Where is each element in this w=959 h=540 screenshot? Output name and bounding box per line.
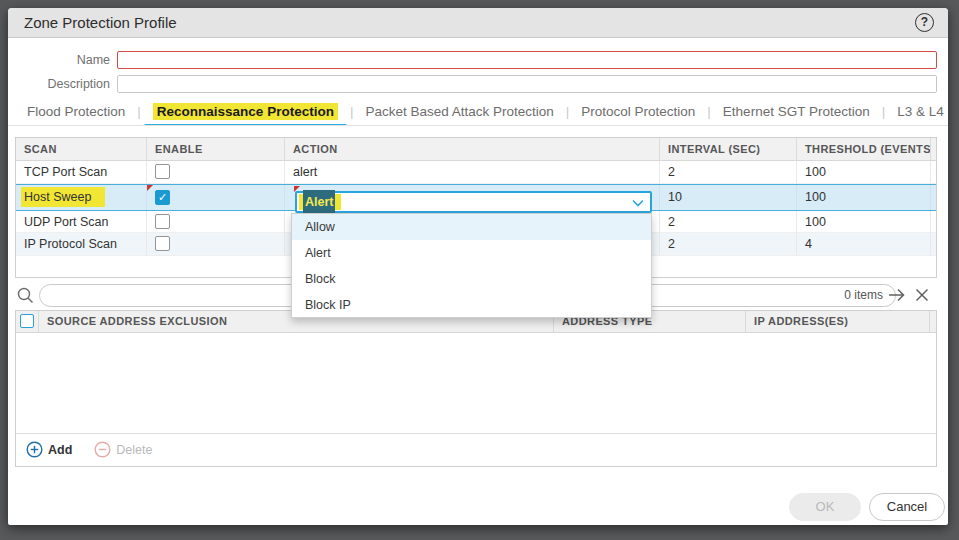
action-value[interactable]: alert bbox=[285, 161, 660, 183]
chevron-down-icon bbox=[632, 198, 644, 208]
menu-item-alert[interactable]: Alert bbox=[292, 240, 651, 266]
interval-value[interactable]: 2 bbox=[660, 211, 797, 233]
tab-reconnaissance-protection[interactable]: Reconnaissance Protection bbox=[153, 102, 338, 126]
tab-separator: | bbox=[707, 104, 711, 119]
table-row-host-sweep[interactable]: Host Sweep ✓ Alert 10 100 bbox=[16, 184, 936, 211]
scan-table-header: SCAN ENABLE ACTION INTERVAL (SEC) THRESH… bbox=[16, 138, 936, 161]
tab-l3-l4-header-inspection[interactable]: L3 & L4 Header Insp bbox=[897, 102, 944, 126]
enable-checkbox[interactable] bbox=[155, 164, 170, 179]
cancel-button[interactable]: Cancel bbox=[869, 493, 945, 521]
exclusion-table-empty-body bbox=[16, 333, 936, 434]
items-count-badge: 0 items bbox=[844, 285, 883, 306]
threshold-value[interactable]: 4 bbox=[797, 233, 931, 255]
tab-separator: | bbox=[882, 104, 886, 119]
tab-flood-protection[interactable]: Flood Protection bbox=[27, 102, 125, 126]
enable-checkbox[interactable] bbox=[155, 236, 170, 251]
threshold-value[interactable]: 100 bbox=[797, 185, 931, 210]
action-dropdown-menu: Allow Alert Block Block IP bbox=[291, 213, 652, 318]
modified-marker bbox=[147, 185, 153, 191]
scan-name: UDP Port Scan bbox=[16, 211, 147, 233]
select-all-checkbox[interactable] bbox=[20, 314, 34, 328]
menu-item-allow[interactable]: Allow bbox=[292, 214, 651, 240]
threshold-value[interactable]: 100 bbox=[797, 161, 931, 183]
tab-ethernet-sgt-protection[interactable]: Ethernet SGT Protection bbox=[723, 102, 870, 126]
enable-checkbox[interactable]: ✓ bbox=[155, 190, 170, 205]
column-header-scan[interactable]: SCAN bbox=[16, 138, 147, 160]
delete-button[interactable]: Delete bbox=[94, 441, 152, 458]
exclusion-table-footer: Add Delete bbox=[16, 434, 936, 465]
ok-button[interactable]: OK bbox=[789, 493, 861, 521]
tab-protocol-protection[interactable]: Protocol Protection bbox=[581, 102, 695, 126]
column-header-ip-addresses[interactable]: IP ADDRESS(ES) bbox=[746, 311, 930, 332]
plus-circle-icon bbox=[26, 441, 43, 458]
scan-name: IP Protocol Scan bbox=[16, 233, 147, 255]
name-field[interactable] bbox=[117, 51, 937, 69]
tab-divider bbox=[8, 125, 948, 126]
threshold-value[interactable]: 100 bbox=[797, 211, 931, 233]
column-header-enable[interactable]: ENABLE bbox=[147, 138, 285, 160]
search-icon[interactable] bbox=[16, 286, 35, 305]
table-row-tcp-port-scan[interactable]: TCP Port Scan alert 2 100 bbox=[16, 161, 936, 184]
action-cell: Alert bbox=[285, 185, 660, 210]
highlight-annotation: Alert bbox=[299, 194, 341, 210]
action-dropdown-value: Alert bbox=[303, 190, 335, 215]
zone-protection-profile-dialog: Zone Protection Profile ? Name Descripti… bbox=[8, 8, 948, 525]
column-header-threshold[interactable]: THRESHOLD (EVENTS) bbox=[797, 138, 931, 160]
column-header-action[interactable]: ACTION bbox=[285, 138, 660, 160]
tab-separator: | bbox=[137, 104, 141, 119]
column-header-spacer bbox=[930, 311, 938, 332]
menu-item-block[interactable]: Block bbox=[292, 266, 651, 292]
interval-value[interactable]: 2 bbox=[660, 161, 797, 183]
column-header-spacer bbox=[931, 138, 939, 160]
help-icon[interactable]: ? bbox=[915, 13, 934, 32]
menu-item-block-ip[interactable]: Block IP bbox=[292, 292, 651, 318]
apply-filter-arrow-icon[interactable] bbox=[887, 286, 907, 304]
add-button[interactable]: Add bbox=[26, 441, 72, 458]
column-header-interval[interactable]: INTERVAL (SEC) bbox=[660, 138, 797, 160]
source-address-exclusion-table: SOURCE ADDRESS EXCLUSION ADDRESS TYPE IP… bbox=[15, 310, 937, 467]
tab-separator: | bbox=[350, 104, 354, 119]
scan-name: TCP Port Scan bbox=[16, 161, 147, 183]
action-dropdown[interactable]: Alert bbox=[295, 191, 652, 213]
minus-circle-icon bbox=[94, 441, 111, 458]
clear-filter-icon[interactable] bbox=[913, 286, 931, 304]
interval-value[interactable]: 10 bbox=[660, 185, 797, 210]
dialog-titlebar: Zone Protection Profile ? bbox=[8, 8, 948, 38]
description-field[interactable] bbox=[117, 75, 937, 93]
tab-separator: | bbox=[566, 104, 570, 119]
description-label: Description bbox=[8, 77, 110, 91]
tab-bar: Flood Protection | Reconnaissance Protec… bbox=[27, 102, 944, 126]
dialog-title: Zone Protection Profile bbox=[24, 14, 177, 31]
interval-value[interactable]: 2 bbox=[660, 233, 797, 255]
tab-packet-based-attack-protection[interactable]: Packet Based Attack Protection bbox=[365, 102, 553, 126]
name-label: Name bbox=[8, 53, 110, 67]
enable-checkbox[interactable] bbox=[155, 214, 170, 229]
screen-background: Zone Protection Profile ? Name Descripti… bbox=[0, 0, 959, 540]
scan-name: Host Sweep bbox=[16, 185, 147, 210]
